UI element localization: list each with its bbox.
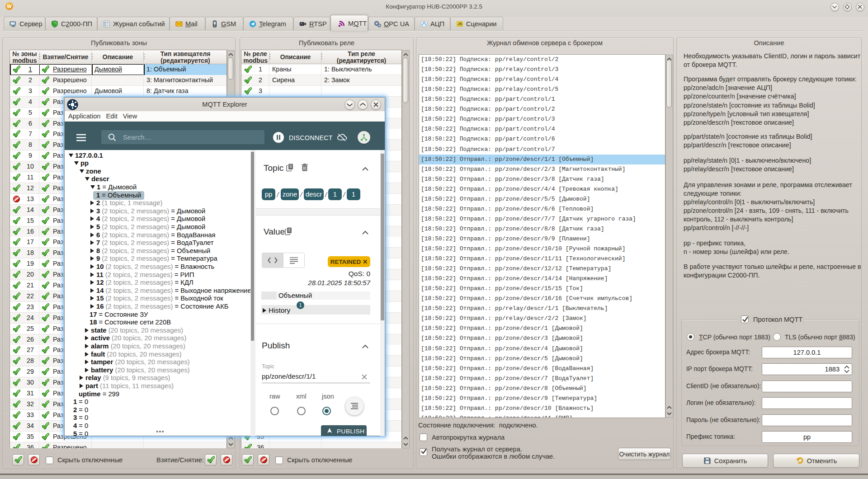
svg-text:JS: JS <box>458 22 462 26</box>
